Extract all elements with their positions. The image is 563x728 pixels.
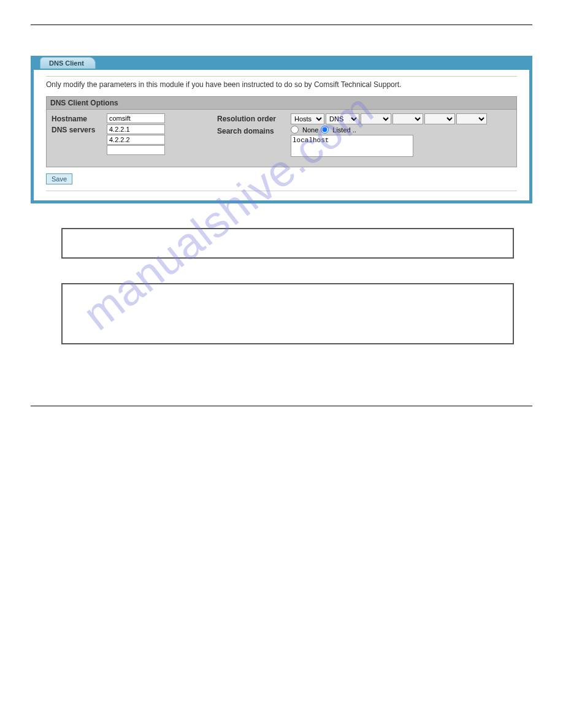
hostname-label: Hostname	[52, 113, 107, 123]
search-domains-label: Search domains	[217, 126, 291, 135]
radio-none-label: None	[302, 126, 318, 134]
options-header: DNS Client Options	[47, 97, 516, 110]
resolution-order-label: Resolution order	[217, 113, 291, 123]
resolution-select-6[interactable]	[456, 113, 487, 124]
options-body: Hostname DNS servers	[47, 110, 516, 167]
resolution-select-5[interactable]	[424, 113, 455, 124]
callout-box-1	[61, 228, 514, 259]
caution-text: Only modify the parameters in this modul…	[46, 76, 517, 96]
resolution-select-3[interactable]	[361, 113, 391, 124]
save-button[interactable]: Save	[46, 173, 72, 184]
tab-dns-client[interactable]: DNS Client	[40, 57, 96, 69]
search-domains-textarea[interactable]	[291, 135, 413, 157]
dns-server-input-2[interactable]	[107, 135, 165, 145]
right-column: Resolution order Hosts DNS Sea	[217, 113, 511, 161]
callout-box-2	[61, 283, 514, 344]
radio-none[interactable]	[291, 126, 299, 134]
resolution-select-2[interactable]: DNS	[326, 113, 359, 124]
resolution-select-4[interactable]	[393, 113, 423, 124]
resolution-select-1[interactable]: Hosts	[291, 113, 324, 124]
radio-listed-label: Listed ..	[332, 126, 356, 134]
dns-server-input-3[interactable]	[107, 145, 165, 155]
dns-servers-label: DNS servers	[52, 124, 107, 134]
options-panel: DNS Client Options Hostname DNS servers	[46, 96, 517, 167]
left-column: Hostname DNS servers	[52, 113, 199, 161]
hostname-input[interactable]	[107, 113, 165, 123]
radio-listed[interactable]	[321, 126, 329, 134]
bottom-rule	[31, 406, 532, 406]
module-footer-rule	[46, 191, 517, 191]
module-header: DNS Client	[34, 59, 529, 70]
top-rule	[31, 25, 532, 25]
dns-server-input-1[interactable]	[107, 124, 165, 134]
module-body: Only modify the parameters in this modul…	[34, 70, 529, 200]
dns-client-module: DNS Client Only modify the parameters in…	[31, 56, 532, 203]
